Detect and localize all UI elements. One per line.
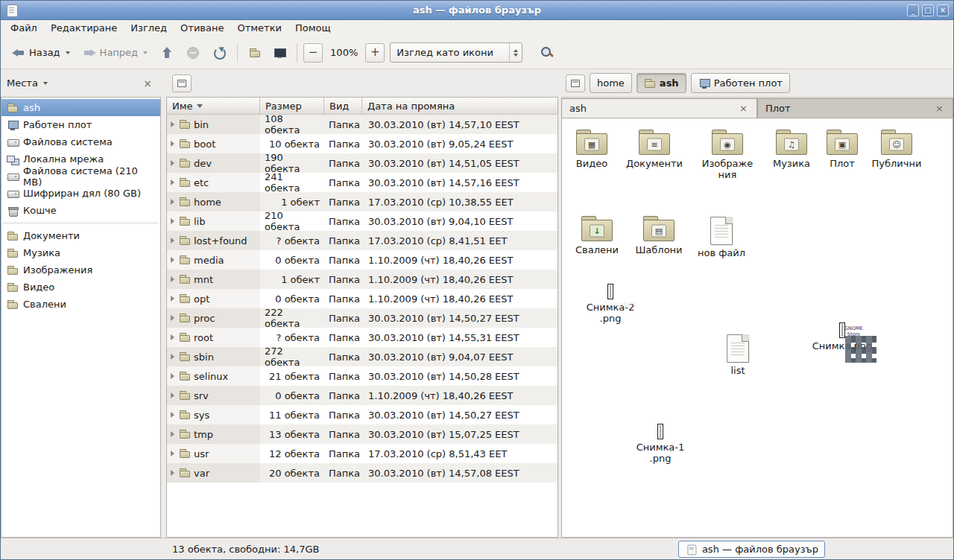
table-row[interactable]: proc 222 обекта Папка 30.03.2010 (вт) 14…: [167, 308, 557, 328]
expander-icon[interactable]: [171, 451, 174, 456]
sidebar-item[interactable]: Файлова система: [1, 133, 160, 150]
sidebar-close-button[interactable]: ×: [140, 77, 155, 89]
view-mode-select[interactable]: Изглед като икони: [390, 42, 522, 63]
search-button[interactable]: [534, 42, 560, 64]
videos-folder[interactable]: ▦ Видео: [563, 129, 620, 170]
sidebar-item[interactable]: Видео: [1, 279, 160, 296]
expander-icon[interactable]: [171, 276, 174, 282]
tab[interactable]: Плот ×: [757, 98, 953, 118]
sidebar-title[interactable]: Места: [7, 77, 38, 89]
expander-icon[interactable]: [171, 141, 174, 147]
reload-button[interactable]: [207, 42, 231, 64]
snimka-2-png[interactable]: GUADEC Снимка-2.png: [574, 284, 647, 325]
maximize-button[interactable]: □: [922, 4, 934, 16]
table-row[interactable]: lost+found ? обекта Папка 17.03.2010 (ср…: [167, 231, 557, 250]
tasklist-window-button[interactable]: ash — файлов браузър: [678, 541, 825, 558]
desktop-folder[interactable]: ▣ Плот: [820, 129, 865, 170]
column-header[interactable]: Вид: [324, 98, 362, 115]
sidebar-item[interactable]: Изображения: [1, 261, 160, 279]
snimka-png[interactable]: GNOME Store Снимка.png: [805, 322, 879, 352]
tab-close-icon[interactable]: ×: [738, 103, 749, 114]
table-row[interactable]: selinux 21 обекта Папка 30.03.2010 (вт) …: [167, 366, 557, 386]
public-folder[interactable]: ☺ Публични: [868, 129, 925, 170]
sidebar-item[interactable]: Шифриран дял (80 GB): [1, 185, 160, 202]
column-header[interactable]: Име: [167, 98, 260, 115]
table-row[interactable]: boot 10 обекта Папка 30.03.2010 (вт) 9,0…: [167, 134, 557, 153]
tab[interactable]: ash ×: [561, 98, 757, 118]
menu-item[interactable]: Отметки: [230, 21, 288, 36]
sidebar-title-dropdown-icon[interactable]: [43, 82, 48, 85]
path-button[interactable]: Работен плот: [691, 73, 790, 93]
table-row[interactable]: bin 108 обекта Папка 30.03.2010 (вт) 14,…: [167, 115, 557, 134]
music-folder[interactable]: ♫ Музика: [765, 129, 818, 170]
menu-item[interactable]: Отиване: [174, 21, 230, 36]
list-file[interactable]: list: [710, 334, 766, 377]
pane-location-button[interactable]: [172, 74, 192, 92]
expander-icon[interactable]: [171, 121, 174, 127]
expander-icon[interactable]: [171, 334, 174, 340]
stop-button[interactable]: [181, 42, 205, 64]
table-row[interactable]: sbin 272 обекта Папка 30.03.2010 (вт) 9,…: [167, 347, 557, 366]
table-row[interactable]: dev 190 обекта Папка 30.03.2010 (вт) 14,…: [167, 153, 557, 173]
computer-button[interactable]: [268, 42, 291, 63]
table-row[interactable]: media 0 обекта Папка 1.10.2009 (чт) 18,4…: [167, 250, 557, 270]
expander-icon[interactable]: [171, 412, 174, 418]
back-button[interactable]: Назад: [7, 42, 75, 64]
sidebar-item[interactable]: ash: [1, 99, 160, 116]
new-file[interactable]: нов файл: [693, 217, 750, 259]
documents-folder[interactable]: ≡ Документи: [626, 129, 683, 170]
expander-icon[interactable]: [171, 160, 174, 166]
menu-item[interactable]: Редактиране: [44, 21, 124, 36]
expander-icon[interactable]: [171, 218, 174, 224]
back-history-arrow-icon[interactable]: [66, 51, 70, 54]
expander-icon[interactable]: [171, 315, 174, 321]
menu-item[interactable]: Помощ: [288, 21, 338, 36]
path-button[interactable]: home: [590, 73, 632, 93]
table-row[interactable]: usr 12 обекта Папка 17.03.2010 (ср) 8,51…: [167, 444, 557, 463]
zoom-in-button[interactable]: +: [365, 43, 385, 63]
table-row[interactable]: mnt 1 обект Папка 1.10.2009 (чт) 18,40,2…: [167, 270, 557, 289]
sidebar-item[interactable]: Кошче: [1, 202, 160, 219]
view-mode-stepper[interactable]: [509, 43, 522, 62]
expander-icon[interactable]: [171, 431, 174, 437]
expander-icon[interactable]: [171, 296, 174, 302]
tab-close-icon[interactable]: ×: [934, 103, 945, 114]
menu-item[interactable]: Изглед: [124, 21, 174, 36]
sidebar-splitter[interactable]: [161, 69, 166, 538]
table-row[interactable]: opt 0 обекта Папка 1.10.2009 (чт) 18,40,…: [167, 289, 557, 308]
expander-icon[interactable]: [171, 179, 174, 185]
expander-icon[interactable]: [171, 238, 174, 244]
table-row[interactable]: srv 0 обекта Папка 1.10.2009 (чт) 18,40,…: [167, 386, 557, 405]
downloads-folder[interactable]: ↓ Свалени: [569, 215, 625, 256]
sidebar-item[interactable]: Файлова система (210 MB): [1, 168, 160, 185]
expander-icon[interactable]: [171, 470, 174, 476]
expander-icon[interactable]: [171, 257, 174, 263]
up-button[interactable]: [155, 42, 179, 64]
table-row[interactable]: home 1 обект Папка 17.03.2010 (ср) 10,38…: [167, 192, 557, 211]
table-row[interactable]: tmp 13 обекта Папка 30.03.2010 (вт) 15,0…: [167, 424, 557, 444]
sidebar-item[interactable]: Музика: [1, 244, 160, 261]
forward-button[interactable]: Напред: [78, 42, 153, 64]
pathbar-pane-button[interactable]: [566, 74, 585, 92]
images-folder[interactable]: ◉ Изображения: [701, 129, 754, 181]
templates-folder[interactable]: ▤ Шаблони: [631, 215, 687, 256]
column-header[interactable]: Дата на промяна: [362, 98, 557, 115]
icon-view[interactable]: ▦ Видео ≡ Документи ◉ Изображения ♫ Музи…: [561, 118, 953, 538]
column-header[interactable]: Размер: [260, 98, 324, 115]
expander-icon[interactable]: [171, 354, 174, 360]
table-row[interactable]: var 20 обекта Папка 30.03.2010 (вт) 14,5…: [167, 463, 557, 483]
titlebar[interactable]: ash — файлов браузър _ □ ×: [1, 1, 953, 20]
sidebar-item[interactable]: Работен плот: [1, 116, 160, 133]
menu-item[interactable]: Файл: [4, 21, 44, 36]
sidebar-item[interactable]: Документи: [1, 227, 160, 244]
minimize-button[interactable]: _: [907, 4, 919, 16]
table-row[interactable]: root ? обекта Папка 30.03.2010 (вт) 14,5…: [167, 328, 557, 347]
sidebar-item[interactable]: Свалени: [1, 296, 160, 313]
close-button[interactable]: ×: [937, 4, 949, 16]
zoom-out-button[interactable]: −: [303, 43, 323, 63]
expander-icon[interactable]: [171, 373, 174, 379]
snimka-1-png[interactable]: Снимка-1.png: [623, 424, 698, 465]
expander-icon[interactable]: [171, 392, 174, 398]
expander-icon[interactable]: [171, 199, 174, 205]
table-row[interactable]: etc 241 обекта Папка 30.03.2010 (вт) 14,…: [167, 173, 557, 192]
